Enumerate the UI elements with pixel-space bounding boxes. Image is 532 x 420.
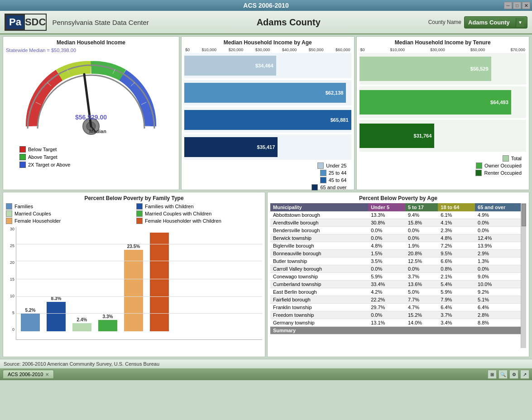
legend-2x-target: 2X Target or Above (19, 162, 70, 168)
minimize-button[interactable]: ─ (504, 2, 512, 9)
above-target-label: Above Target (28, 154, 58, 160)
table-row: Cumberland township33.4%13.6%5.4%10.0% (270, 281, 526, 288)
legend-above-target: Above Target (19, 154, 70, 160)
table-row: Berwick township0.0%0.0%4.8%12.4% (270, 234, 526, 242)
table-row: Butler township3.5%12.5%6.6%1.3% (270, 258, 526, 265)
svg-text:Median: Median (89, 129, 106, 134)
table-row: Conewago township5.9%3.7%2.1%9.0% (270, 273, 526, 281)
2x-target-label: 2X Target or Above (28, 162, 70, 167)
svg-text:$56,529.00: $56,529.00 (75, 114, 107, 121)
bar-owner: $64,493 (359, 86, 527, 118)
bar-25to44: $62,138 (184, 80, 351, 105)
share-icon[interactable]: ↗ (520, 370, 529, 379)
poverty-age-panel: Percent Below Poverty by Age Municipalit… (267, 192, 529, 357)
table-header-row: Municipality Under 5 5 to 17 18 to 64 65… (270, 203, 526, 211)
table-row: Germany township13.1%14.0%3.4%8.8% (270, 319, 526, 327)
title-bar: ACS 2006-2010 ─ □ ✕ (0, 0, 532, 11)
poverty-family-title: Percent Below Poverty by Family Type (6, 195, 262, 201)
income-age-axis: $0 $10,000 $20,000 $30,000 $40,000 $50,0… (184, 48, 351, 52)
bar-families-children: 8.3% (47, 227, 66, 339)
page-title: Adams County (149, 17, 428, 28)
bar-married: 2.4% (72, 227, 91, 339)
county-name-label: County Name (428, 19, 461, 25)
county-selector: County Name Adams County ▼ (428, 16, 527, 29)
taskbar-tab-label: ACS 2006-2010 (8, 372, 43, 377)
bar-female-children: 29.3% (150, 227, 169, 339)
scrollbar-thumb[interactable] (522, 204, 526, 226)
family-bars-container: 5.2% 8.3% 2.4% 3.3% (16, 227, 262, 340)
legend-below-target: Below Target (19, 146, 70, 153)
county-dropdown[interactable]: Adams County ▼ (464, 16, 527, 29)
bar-families: 5.2% (21, 227, 40, 339)
poverty-family-legend: Families Families with Children Married … (6, 203, 262, 224)
income-tenure-bars: $56,529 $64,493 $31,764 (359, 53, 527, 152)
family-chart-area: 30 25 20 15 10 5 0 (6, 227, 262, 340)
bar-total: $56,529 (359, 53, 527, 85)
poverty-age-table: Municipality Under 5 5 to 17 18 to 64 65… (270, 203, 526, 334)
top-charts-row: Median Household Income Statewide Median… (3, 36, 529, 190)
table-row: Bendersville borough0.0%0.0%2.3%0.0% (270, 227, 526, 234)
col-5to17: 5 to 17 (405, 203, 438, 211)
bar-65over: $35,417 (184, 134, 351, 160)
taskbar-tab-close-icon[interactable]: ✕ (45, 372, 49, 377)
table-row: Arendtsville borough30.8%15.8%4.1%0.0% (270, 219, 526, 227)
bar-married-children: 3.3% (98, 227, 117, 339)
title-bar-text: ACS 2006-2010 (243, 2, 288, 9)
taskbar-icons: ⊞ 🔍 ⚙ ↗ (488, 370, 529, 379)
table-row: Bonneauville borough1.5%20.8%9.5%2.9% (270, 250, 526, 258)
dropdown-arrow-icon[interactable]: ▼ (516, 18, 524, 27)
close-button[interactable]: ✕ (522, 2, 530, 9)
income-age-panel: Median Household Income by Age $0 $10,00… (181, 36, 355, 190)
source-text: Source: 2006-2010 American Community Sur… (4, 361, 159, 367)
income-tenure-legend: Total Owner Occupied Renter Occupied (359, 155, 527, 176)
table-row: Biglerville borough4.8%1.9%7.2%13.9% (270, 242, 526, 250)
bar-45to64: $65,881 (184, 107, 351, 133)
col-18to64: 18 to 64 (438, 203, 475, 211)
above-target-icon (19, 154, 26, 160)
logo-sdc: SDC (25, 16, 46, 28)
restore-button[interactable]: □ (513, 2, 521, 9)
bottom-charts-row: Percent Below Poverty by Family Type Fam… (3, 192, 529, 357)
income-tenure-axis: $0 $10,000 $30,000 $50,000 $70,000 (359, 48, 527, 52)
taskbar: ACS 2006-2010 ✕ ⊞ 🔍 ⚙ ↗ (0, 368, 532, 380)
gauge-panel: Median Household Income Statewide Median… (3, 36, 179, 190)
taskbar-tab[interactable]: ACS 2006-2010 ✕ (3, 370, 54, 379)
header: Pa SDC Pennsylvania State Data Center Ad… (0, 11, 532, 34)
logo-pa: Pa (5, 14, 25, 30)
gauge-title: Median Household Income (6, 39, 176, 46)
scrollbar-track[interactable] (521, 203, 526, 348)
summary-row: Summary (270, 327, 526, 334)
income-age-bars: $34,464 $62,138 $65,881 (184, 53, 351, 160)
footer: Source: 2006-2010 American Community Sur… (0, 359, 532, 368)
poverty-age-title: Percent Below Poverty by Age (270, 195, 526, 201)
logo-text: Pennsylvania State Data Center (52, 19, 149, 26)
window-controls: ─ □ ✕ (504, 2, 530, 9)
income-age-title: Median Household Income by Age (184, 39, 351, 46)
income-age-legend: Under 25 25 to 44 45 to 64 65 and over (184, 162, 351, 191)
income-tenure-panel: Median Household Income by Tenure $0 $10… (356, 36, 530, 190)
2x-target-icon (19, 162, 26, 168)
table-row: Carroll Valley borough0.0%0.0%0.8%0.0% (270, 265, 526, 273)
below-target-icon (19, 146, 26, 153)
table-row: Freedom township0.0%15.2%3.7%2.8% (270, 311, 526, 319)
main-content: Median Household Income Statewide Median… (0, 34, 532, 359)
col-municipality: Municipality (270, 203, 368, 211)
poverty-age-table-container: Municipality Under 5 5 to 17 18 to 64 65… (270, 203, 526, 348)
table-row: East Berlin borough4.2%5.0%5.9%9.2% (270, 288, 526, 296)
income-tenure-title: Median Household Income by Tenure (359, 39, 527, 46)
table-row: Abbottstown borough13.3%9.4%6.1%4.9% (270, 211, 526, 219)
below-target-label: Below Target (28, 147, 57, 152)
col-65over: 65 and over (475, 203, 526, 211)
gauge-container: $56,529.00 Median Below Target Above Tar… (6, 54, 176, 168)
gauge-chart: $56,529.00 Median (19, 54, 163, 144)
table-body: Abbottstown borough13.3%9.4%6.1%4.9% Are… (270, 211, 526, 334)
grid-icon[interactable]: ⊞ (488, 370, 497, 379)
col-under5: Under 5 (368, 203, 405, 211)
bar-female: 23.5% (124, 227, 143, 339)
settings-icon[interactable]: ⚙ (509, 370, 518, 379)
poverty-family-panel: Percent Below Poverty by Family Type Fam… (3, 192, 265, 357)
bar-renter: $31,764 (359, 120, 527, 152)
county-dropdown-value: Adams County (468, 19, 510, 26)
search-icon[interactable]: 🔍 (498, 370, 508, 379)
statewide-median-label: Statewide Median = $50,398.00 (6, 48, 176, 53)
